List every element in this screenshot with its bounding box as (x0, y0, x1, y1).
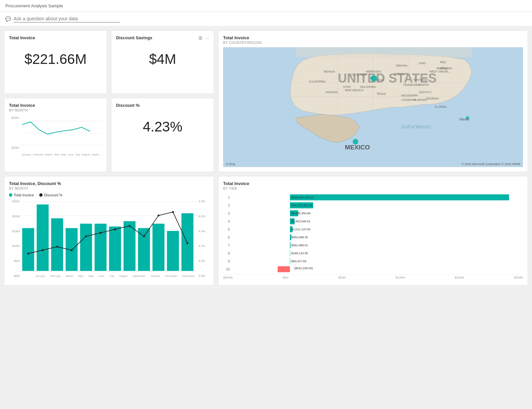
tier-bar-container-8: $189,133.95 (232, 250, 523, 256)
svg-text:COLORADO: COLORADO (350, 73, 366, 76)
card-action-icons: ⊞ ··· (199, 35, 209, 41)
svg-rect-58 (153, 224, 165, 271)
svg-text:SOUTH C: SOUTH C (419, 91, 432, 94)
tier-bar-container-5: $2,011,123.50 (232, 226, 523, 232)
svg-point-66 (100, 232, 102, 234)
svg-text:TENNESSEE: TENNESSEE (403, 83, 420, 87)
more-icon[interactable]: ··· (205, 35, 209, 41)
app-title: Procurement Analysis Sample (5, 3, 63, 8)
chart-legend: Total Invoice Discount % (9, 193, 209, 197)
combo-x-labels: January February March April May June Ju… (21, 275, 197, 278)
svg-point-62 (42, 249, 44, 251)
map-container[interactable]: Gulf of Mexico UNITED STATES NEBRASKA IN… (223, 47, 523, 167)
tier-row-2: 2 $19,715,482.84 (223, 202, 523, 208)
combo-chart-subtitle: BY MONTH (9, 187, 209, 190)
svg-point-70 (158, 215, 160, 217)
tier-axis-label-100: $100M (396, 276, 405, 279)
svg-point-67 (114, 228, 116, 230)
tier-row-1: 1 $188,403,150.61 (223, 194, 523, 200)
tier-axis-label-neg50: ($50M) (223, 276, 233, 279)
tier-axis-label-150: $150M (455, 276, 464, 279)
tier-label-7: 7 (223, 244, 230, 247)
tier-row-4: 4 $3,652,546.61 (223, 218, 523, 224)
tier-value-5: $2,011,123.50 (291, 228, 311, 231)
tier-label-6: 6 (223, 236, 230, 239)
svg-rect-53 (80, 224, 92, 271)
tier-chart-subtitle: BY TIER (223, 187, 523, 190)
map-title: Total Invoice (223, 35, 523, 40)
map-subtitle: BY COUNTRY/REGION (223, 41, 523, 45)
tier-row-9: 9 $80,427.69 (223, 258, 523, 264)
combo-y-right: 4.8% 4.6% 4.4% 4.2% 4.0% 3.8% (197, 200, 209, 278)
combo-chart-title: Total Invoice, Discount % (9, 181, 209, 186)
svg-point-65 (85, 235, 87, 237)
expand-icon[interactable]: ⊞ (199, 35, 202, 41)
svg-point-63 (56, 246, 58, 248)
tier-bar-6: $954,088.35 (290, 234, 291, 240)
svg-text:NEW MEXICO: NEW MEXICO (345, 89, 363, 92)
svg-text:NEBRASKA: NEBRASKA (366, 70, 381, 73)
combo-y-left: $25M $20M $15M $10M $5M $0M (9, 200, 21, 278)
svg-text:KENTUCKY: KENTUCKY (414, 78, 429, 82)
legend-dot-teal (9, 193, 12, 197)
mini-y-label-20m: $20M (9, 146, 19, 149)
tier-bar-container-3: $6,608,350.90 (232, 210, 523, 216)
svg-text:OHIO: OHIO (419, 62, 426, 65)
total-invoice-title: Total Invoice (9, 35, 102, 40)
tier-value-4: $3,652,546.61 (291, 220, 311, 223)
tier-row-6: 6 $954,088.35 (223, 234, 523, 240)
svg-text:ARIZONA: ARIZONA (326, 91, 338, 94)
tier-bar-container-7: $581,989.61 (232, 242, 523, 248)
tier-label-5: 5 (223, 228, 230, 231)
svg-text:MISSOURI: MISSOURI (394, 72, 408, 76)
svg-text:TEXAS: TEXAS (377, 92, 386, 96)
svg-text:NEVADA: NEVADA (324, 70, 335, 73)
tier-bar-container-1: $188,403,150.61 (232, 194, 523, 200)
invoice-month-title: Total Invoice (9, 103, 102, 108)
tier-bar-container-9: $80,427.69 (232, 258, 523, 264)
discount-savings-header: Discount Savings ⊞ ··· (116, 35, 209, 41)
tier-chart-card: Total Invoice BY TIER 1 $188,403,150.61 (218, 176, 528, 286)
tier-chart-area: 1 $188,403,150.61 2 $19,715,482.84 (223, 193, 523, 281)
mini-x-labels: January February March April May June Ju… (20, 153, 102, 156)
map-copyright: © 2016 Microsoft Corporation © 2016 HERE (462, 162, 520, 166)
svg-rect-6 (296, 47, 471, 57)
discount-pct-value: 4.23% (116, 108, 209, 145)
combo-svg-wrapper: January February March April May June Ju… (21, 200, 197, 278)
tier-value-3: $6,608,350.90 (291, 212, 311, 215)
svg-rect-57 (138, 228, 150, 271)
svg-point-71 (172, 211, 174, 213)
total-invoice-value: $221.66M (9, 41, 102, 78)
qa-input[interactable] (14, 15, 120, 23)
tier-bar-8: $189,133.95 (290, 250, 290, 256)
map-svg: Gulf of Mexico UNITED STATES NEBRASKA IN… (223, 47, 523, 167)
svg-rect-50 (37, 204, 49, 271)
svg-point-61 (27, 253, 29, 255)
svg-rect-54 (94, 224, 106, 271)
tier-row-5: 5 $2,011,123.50 (223, 226, 523, 232)
tier-row-7: 7 $581,989.61 (223, 242, 523, 248)
svg-point-64 (71, 249, 73, 251)
svg-rect-49 (22, 228, 34, 271)
combo-chart-card: Total Invoice, Discount % BY MONTH Total… (4, 176, 214, 286)
tier-value-6: $954,088.35 (291, 236, 308, 239)
discount-savings-value: $4M (116, 41, 209, 78)
mini-line-chart (20, 115, 102, 151)
tier-value-9: $80,427.69 (291, 260, 306, 263)
discount-pct-card: Discount % 4.23% (111, 98, 214, 172)
tier-x-axis: ($50M) $0M $50M $100M $150M $200M (223, 274, 523, 279)
tier-bar-container-2: $19,715,482.84 (232, 202, 523, 208)
invoice-month-subtitle: BY MONTH (9, 108, 102, 112)
svg-text:PEN: PEN (440, 61, 446, 64)
tier-bar-3: $6,608,350.90 (290, 210, 298, 216)
svg-text:NORTH: NORTH (419, 83, 429, 87)
discount-pct-title: Discount % (116, 103, 209, 108)
qa-icon: 💬 (5, 16, 11, 22)
tier-value-7: $581,989.61 (291, 244, 308, 247)
bing-label: ⊡ bing (226, 162, 235, 166)
svg-point-35 (371, 75, 377, 82)
svg-text:FLORIDA: FLORIDA (435, 105, 447, 108)
svg-text:Gulf of Mexico: Gulf of Mexico (401, 124, 431, 129)
tier-label-1: 1 (223, 196, 230, 199)
svg-rect-51 (51, 218, 63, 271)
